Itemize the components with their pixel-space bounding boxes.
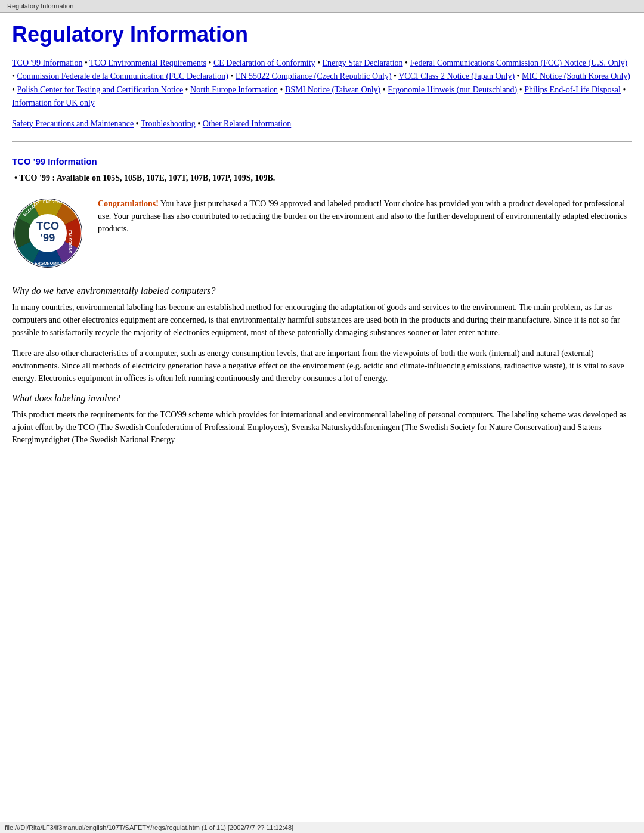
nav-link-bsmi[interactable]: BSMI Notice (Taiwan Only) xyxy=(285,85,380,94)
nav-link-tcoenv[interactable]: TCO Environmental Requirements xyxy=(89,58,206,67)
tco-box: TCO '99 ECOLOGY ENERGY EMISSIONS ERGONOM… xyxy=(12,197,632,269)
dot-1: • xyxy=(85,58,89,67)
tco-congrats-text: Congratulations! You have just purchased… xyxy=(98,197,632,235)
dot-3: • xyxy=(317,58,322,67)
nav-link-ce[interactable]: CE Declaration of Conformity xyxy=(213,58,315,67)
svg-text:ENERGY: ENERGY xyxy=(43,200,61,204)
what-heading: What does labeling involve? xyxy=(12,393,632,404)
tco99-title: TCO '99 Information xyxy=(12,156,632,166)
nav-link-en55[interactable]: EN 55022 Compliance (Czech Republic Only… xyxy=(236,72,392,80)
separator xyxy=(12,141,632,142)
status-text: file:///D|/Rita/LF3/lf3manual/english/10… xyxy=(5,824,293,831)
browser-tab: Regulatory Information xyxy=(0,0,644,13)
svg-text:EMISSIONS: EMISSIONS xyxy=(68,230,72,253)
page-title: Regulatory Information xyxy=(12,22,632,47)
tco-logo-svg: TCO '99 ECOLOGY ENERGY EMISSIONS ERGONOM… xyxy=(12,197,83,269)
dot-12: • xyxy=(383,85,388,94)
bullet-text: TCO '99 : Available on 105S, 105B, 107E,… xyxy=(19,174,275,182)
status-bar: file:///D|/Rita/LF3/lf3manual/english/10… xyxy=(0,822,644,833)
congrats-body: You have just purchased a TCO '99 approv… xyxy=(98,199,627,233)
nav-link-other[interactable]: Other Related Information xyxy=(203,119,292,128)
what-para-1: This product meets the requirements for … xyxy=(12,408,632,446)
nav-link-northeu[interactable]: North Europe Information xyxy=(190,85,278,94)
nav-link-polish[interactable]: Polish Center for Testing and Certificat… xyxy=(17,85,183,94)
dot-13: • xyxy=(519,85,524,94)
dot-8: • xyxy=(517,72,522,80)
dot-14: • xyxy=(623,85,626,94)
nav-links: TCO '99 Information • TCO Environmental … xyxy=(12,57,632,110)
svg-text:ERGONOMICS: ERGONOMICS xyxy=(35,261,64,265)
dot-10: • xyxy=(185,85,190,94)
nav-link-ergonomie[interactable]: Ergonomie Hinweis (nur Deutschland) xyxy=(388,85,517,94)
dot-15: • xyxy=(136,119,141,128)
nav-link-mic[interactable]: MIC Notice (South Korea Only) xyxy=(522,72,630,80)
bullet-symbol: • xyxy=(14,174,19,182)
svg-text:'99: '99 xyxy=(41,232,55,244)
nav-link-fccfr[interactable]: Commission Federale de la Communication … xyxy=(17,72,228,80)
svg-text:TCO: TCO xyxy=(36,220,59,232)
why-para-1: In many countries, environmental labelin… xyxy=(12,301,632,339)
nav-links-2: Safety Precautions and Maintenance • Tro… xyxy=(12,117,632,131)
nav-link-uk[interactable]: Information for UK only xyxy=(12,98,95,107)
main-content: Regulatory Information TCO '99 Informati… xyxy=(0,13,644,490)
nav-link-trouble[interactable]: Troubleshooting xyxy=(141,119,196,128)
what-section: What does labeling involve? This product… xyxy=(12,393,632,446)
congrats-label: Congratulations! xyxy=(98,199,159,208)
nav-link-disposal[interactable]: Philips End-of-Life Disposal xyxy=(524,85,621,94)
tco99-bullet: • TCO '99 : Available on 105S, 105B, 107… xyxy=(14,174,632,183)
why-heading: Why do we have environmentally labeled c… xyxy=(12,286,632,296)
why-para-2: There are also other characteristics of … xyxy=(12,347,632,385)
dot-16: • xyxy=(197,119,202,128)
nav-link-safety[interactable]: Safety Precautions and Maintenance xyxy=(12,119,134,128)
tab-label: Regulatory Information xyxy=(7,2,73,10)
tco99-section: TCO '99 Information • TCO '99 : Availabl… xyxy=(12,156,632,446)
tco-logo: TCO '99 ECOLOGY ENERGY EMISSIONS ERGONOM… xyxy=(12,197,83,269)
dot-6: • xyxy=(231,72,236,80)
nav-link-vcci[interactable]: VCCI Class 2 Notice (Japan Only) xyxy=(398,72,515,80)
nav-link-energystar[interactable]: Energy Star Declaration xyxy=(323,58,403,67)
dot-11: • xyxy=(280,85,284,94)
dot-2: • xyxy=(209,58,213,67)
nav-link-fcc[interactable]: Federal Communications Commission (FCC) … xyxy=(410,58,627,67)
nav-link-tco99[interactable]: TCO '99 Information xyxy=(12,58,82,67)
why-section: Why do we have environmentally labeled c… xyxy=(12,286,632,385)
